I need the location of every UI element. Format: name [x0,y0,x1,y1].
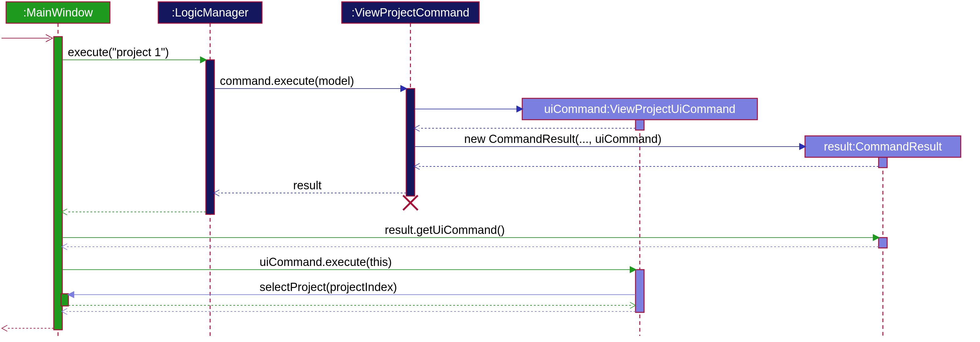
activation-logicmanager [206,60,215,214]
participant-commandresult: result:CommandResult [805,136,961,157]
activation-mainwindow-selectproject [61,294,68,306]
activation-uicommand-execute [636,270,644,312]
participant-mainwindow: :MainWindow [6,2,110,23]
message-getuicommand: result.getUiCommand() [62,224,879,241]
message-execute-label: execute("project 1") [68,46,169,59]
message-new-commandresult: new CommandResult(..., uiCommand) [415,132,806,150]
activation-viewprojectcommand [406,89,415,196]
activation-mainwindow [54,37,62,330]
activation-result-create [878,157,887,168]
message-uicmd-execute: uiCommand.execute(this) [62,256,636,273]
participant-viewprojectcommand-label: :ViewProjectCommand [352,6,469,19]
message-uicmd-execute-label: uiCommand.execute(this) [259,256,392,269]
participant-uicommand-label: uiCommand:ViewProjectUiCommand [544,103,736,115]
message-return-to-mainwindow [62,209,206,215]
participant-commandresult-label: result:CommandResult [824,140,942,153]
message-command-execute: command.execute(model) [215,75,407,92]
sequence-diagram: :MainWindow :LogicManager :ViewProjectCo… [0,0,980,342]
participant-logicmanager-label: :LogicManager [172,6,248,19]
message-selectproject: selectProject(projectIndex) [68,281,636,298]
participant-mainwindow-label: :MainWindow [23,6,93,19]
participant-uicommand: uiCommand:ViewProjectUiCommand [522,98,757,120]
activation-uicommand-create [636,120,644,130]
message-execute: execute("project 1") [62,46,207,63]
participant-viewprojectcommand: :ViewProjectCommand [342,2,479,23]
message-found-return [2,325,54,331]
message-selectproject-label: selectProject(projectIndex) [259,281,397,293]
message-command-execute-label: command.execute(model) [220,75,354,87]
message-return-getuicommand [62,244,878,250]
message-found [2,35,52,42]
message-return-commandresult [414,163,878,169]
message-create-uicommand [415,106,523,112]
message-getuicommand-label: result.getUiCommand() [385,224,505,236]
message-return-result-label: result [293,179,321,192]
message-new-commandresult-label: new CommandResult(..., uiCommand) [464,132,662,145]
activation-result-getuicmd [878,237,887,248]
message-return-result: result [214,179,406,196]
message-return-selectproject [68,302,636,309]
destroy-viewprojectcommand [403,196,418,210]
participant-logicmanager: :LogicManager [158,2,262,23]
message-return-uicmd-execute [62,309,636,315]
message-return-uicommand [414,125,636,131]
